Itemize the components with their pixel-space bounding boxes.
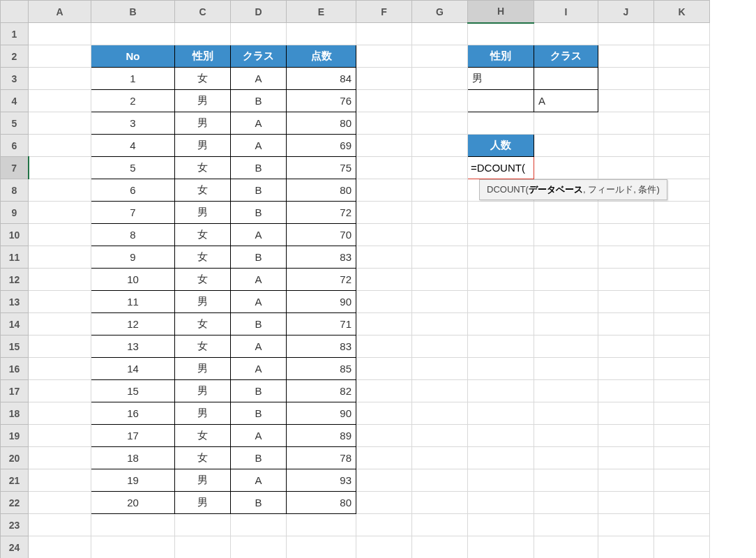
cell-E4[interactable]: 76 <box>287 90 356 112</box>
cell-J2[interactable] <box>598 45 654 68</box>
cell-G10[interactable] <box>412 224 468 246</box>
col-header-G[interactable]: G <box>412 1 468 23</box>
cell-D8[interactable]: B <box>231 179 287 202</box>
cell-A19[interactable] <box>29 425 91 447</box>
cell-D20[interactable]: B <box>231 447 287 469</box>
cell-I4[interactable]: A <box>534 90 598 112</box>
select-all-corner[interactable] <box>1 1 29 23</box>
col-header-H[interactable]: H <box>468 1 534 23</box>
cell-D23[interactable] <box>231 514 287 536</box>
cell-C11[interactable]: 女 <box>175 246 231 269</box>
cell-D11[interactable]: B <box>231 246 287 269</box>
cell-H23[interactable] <box>468 514 534 536</box>
row-header-22[interactable]: 22 <box>1 492 29 514</box>
cell-C20[interactable]: 女 <box>175 447 231 469</box>
cell-B7[interactable]: 5 <box>91 157 175 179</box>
cell-I19[interactable] <box>534 425 598 447</box>
cell-C8[interactable]: 女 <box>175 179 231 202</box>
grid-table[interactable]: A B C D E F G H I J K 12No性別クラス点数性別クラス31… <box>0 0 710 558</box>
col-header-B[interactable]: B <box>91 1 175 23</box>
cell-K11[interactable] <box>654 246 710 269</box>
cell-J4[interactable] <box>598 90 654 112</box>
cell-E12[interactable]: 72 <box>287 269 356 291</box>
cell-K17[interactable] <box>654 380 710 402</box>
cell-B4[interactable]: 2 <box>91 90 175 112</box>
cell-E17[interactable]: 82 <box>287 380 356 402</box>
cell-C24[interactable] <box>175 536 231 559</box>
cell-I1[interactable] <box>534 23 598 45</box>
cell-H24[interactable] <box>468 536 534 559</box>
cell-J5[interactable] <box>598 112 654 135</box>
cell-F1[interactable] <box>356 23 412 45</box>
cell-H14[interactable] <box>468 313 534 335</box>
cell-J9[interactable] <box>598 202 654 224</box>
cell-G20[interactable] <box>412 447 468 469</box>
cell-F20[interactable] <box>356 447 412 469</box>
cell-C2[interactable]: 性別 <box>175 45 231 68</box>
cell-C23[interactable] <box>175 514 231 536</box>
cell-B17[interactable]: 15 <box>91 380 175 402</box>
row-header-3[interactable]: 3 <box>1 68 29 90</box>
cell-F18[interactable] <box>356 402 412 425</box>
col-header-J[interactable]: J <box>598 1 654 23</box>
cell-I16[interactable] <box>534 358 598 380</box>
cell-A20[interactable] <box>29 447 91 469</box>
row-header-9[interactable]: 9 <box>1 202 29 224</box>
cell-K13[interactable] <box>654 291 710 313</box>
cell-G12[interactable] <box>412 269 468 291</box>
cell-G17[interactable] <box>412 380 468 402</box>
cell-C1[interactable] <box>175 23 231 45</box>
cell-J12[interactable] <box>598 269 654 291</box>
cell-G16[interactable] <box>412 358 468 380</box>
row-header-16[interactable]: 16 <box>1 358 29 380</box>
row-header-11[interactable]: 11 <box>1 246 29 269</box>
cell-E21[interactable]: 93 <box>287 469 356 492</box>
cell-B21[interactable]: 19 <box>91 469 175 492</box>
col-header-D[interactable]: D <box>231 1 287 23</box>
cell-F7[interactable] <box>356 157 412 179</box>
cell-F14[interactable] <box>356 313 412 335</box>
cell-B12[interactable]: 10 <box>91 269 175 291</box>
cell-F12[interactable] <box>356 269 412 291</box>
cell-C21[interactable]: 男 <box>175 469 231 492</box>
cell-I9[interactable] <box>534 202 598 224</box>
cell-J3[interactable] <box>598 68 654 90</box>
cell-I10[interactable] <box>534 224 598 246</box>
cell-J16[interactable] <box>598 358 654 380</box>
cell-K2[interactable] <box>654 45 710 68</box>
cell-A8[interactable] <box>29 179 91 202</box>
cell-J20[interactable] <box>598 447 654 469</box>
cell-B24[interactable] <box>91 536 175 559</box>
cell-B22[interactable]: 20 <box>91 492 175 514</box>
cell-K24[interactable] <box>654 536 710 559</box>
row-header-24[interactable]: 24 <box>1 536 29 559</box>
cell-J10[interactable] <box>598 224 654 246</box>
cell-B20[interactable]: 18 <box>91 447 175 469</box>
cell-A12[interactable] <box>29 269 91 291</box>
cell-J24[interactable] <box>598 536 654 559</box>
row-header-15[interactable]: 15 <box>1 335 29 358</box>
cell-H22[interactable] <box>468 492 534 514</box>
cell-G11[interactable] <box>412 246 468 269</box>
row-header-1[interactable]: 1 <box>1 23 29 45</box>
cell-H2[interactable]: 性別 <box>468 45 534 68</box>
cell-K22[interactable] <box>654 492 710 514</box>
cell-I14[interactable] <box>534 313 598 335</box>
cell-F6[interactable] <box>356 135 412 157</box>
cell-F15[interactable] <box>356 335 412 358</box>
cell-F24[interactable] <box>356 536 412 559</box>
col-header-C[interactable]: C <box>175 1 231 23</box>
cell-D1[interactable] <box>231 23 287 45</box>
cell-A17[interactable] <box>29 380 91 402</box>
row-header-12[interactable]: 12 <box>1 269 29 291</box>
row-header-4[interactable]: 4 <box>1 90 29 112</box>
row-header-17[interactable]: 17 <box>1 380 29 402</box>
cell-A15[interactable] <box>29 335 91 358</box>
cell-K18[interactable] <box>654 402 710 425</box>
cell-H15[interactable] <box>468 335 534 358</box>
cell-B18[interactable]: 16 <box>91 402 175 425</box>
formula-editing-cell[interactable]: =DCOUNT(DCOUNT(データベース, フィールド, 条件) <box>468 157 534 179</box>
cell-A14[interactable] <box>29 313 91 335</box>
cell-C12[interactable]: 女 <box>175 269 231 291</box>
cell-K14[interactable] <box>654 313 710 335</box>
